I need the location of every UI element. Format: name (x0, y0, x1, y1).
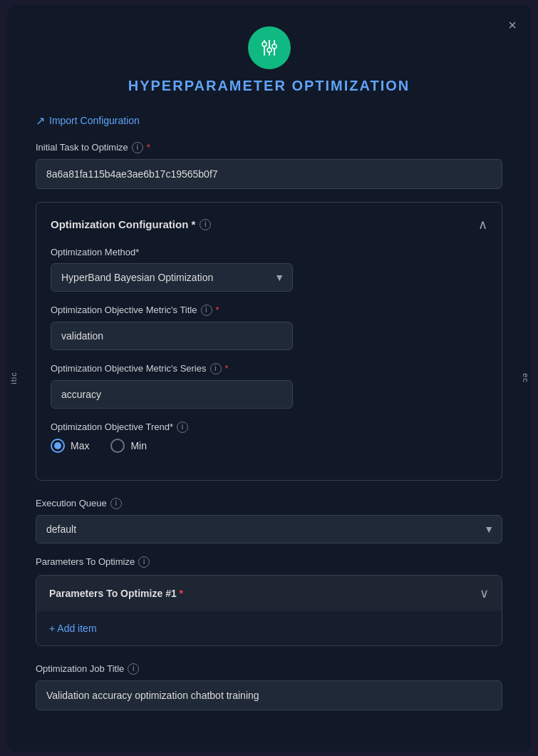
execution-queue-wrapper: default ▼ (36, 515, 502, 543)
initial-task-info-icon[interactable]: i (132, 142, 143, 153)
job-title-input[interactable] (36, 680, 502, 710)
config-header: Optimization Configuration * i ∧ (51, 217, 487, 233)
import-configuration-link[interactable]: ↗ Import Configuration (36, 114, 502, 128)
svg-point-5 (272, 44, 276, 48)
parameters-item-header[interactable]: Parameters To Optimize #1 * ∨ (36, 576, 502, 611)
execution-queue-select[interactable]: default (36, 515, 502, 543)
optimization-method-label: Optimization Method* (51, 247, 487, 257)
svg-point-4 (267, 48, 271, 52)
modal: itic ec × HYPERPARAMETER OPTIMIZATION ↗ … (7, 5, 531, 752)
add-item-row: + Add item (36, 611, 502, 645)
svg-point-3 (262, 42, 267, 46)
radio-label-min: Min (130, 440, 147, 451)
parameters-box: Parameters To Optimize #1 * ∨ + Add item (36, 575, 502, 646)
radio-circle-min (110, 439, 125, 453)
initial-task-input[interactable] (36, 159, 502, 189)
initial-task-field: Initial Task to Optimize i * (36, 142, 502, 189)
objective-title-info-icon[interactable]: i (201, 305, 212, 316)
objective-title-input[interactable] (51, 322, 293, 350)
job-title-info-icon[interactable]: i (128, 663, 139, 675)
objective-series-wrapper (51, 380, 293, 409)
optimization-config-collapse-button[interactable]: ∧ (478, 217, 487, 233)
optimization-method-select-wrapper: HyperBand Bayesian Optimization ▼ (51, 263, 293, 292)
radio-option-min[interactable]: Min (110, 439, 147, 453)
objective-title-label: Optimization Objective Metric's Title i … (51, 305, 487, 316)
add-item-button[interactable]: + Add item (49, 623, 97, 634)
optimization-config-info-icon[interactable]: i (200, 219, 211, 230)
radio-circle-max (51, 439, 65, 453)
parameters-label: Parameters To Optimize i (36, 556, 502, 568)
optimization-method-field: Optimization Method* HyperBand Bayesian … (51, 247, 487, 292)
import-icon: ↗ (36, 114, 45, 128)
execution-queue-field: Execution Queue i default ▼ (36, 498, 502, 543)
modal-header: HYPERPARAMETER OPTIMIZATION (36, 26, 502, 94)
objective-trend-info-icon[interactable]: i (177, 422, 188, 433)
objective-series-field: Optimization Objective Metric's Series i… (51, 363, 487, 409)
execution-queue-info-icon[interactable]: i (110, 498, 122, 509)
objective-series-info-icon[interactable]: i (210, 363, 222, 374)
header-icon (248, 26, 291, 69)
initial-task-label: Initial Task to Optimize i * (36, 142, 502, 153)
close-button[interactable]: × (508, 18, 517, 32)
parameters-info-icon[interactable]: i (138, 556, 150, 568)
objective-trend-radio-group: Max Min (51, 439, 487, 453)
optimization-config-box: Optimization Configuration * i ∧ Optimiz… (36, 202, 502, 481)
config-header-title: Optimization Configuration * i (51, 218, 211, 230)
objective-title-field: Optimization Objective Metric's Title i … (51, 305, 487, 350)
execution-queue-label: Execution Queue i (36, 498, 502, 509)
radio-label-max: Max (71, 440, 89, 451)
job-title-field: Optimization Job Title i (36, 663, 502, 710)
parameters-item-chevron-icon: ∨ (480, 586, 489, 601)
optimization-method-select[interactable]: HyperBand Bayesian Optimization (51, 263, 293, 292)
objective-series-input[interactable] (51, 380, 293, 409)
page-title: HYPERPARAMETER OPTIMIZATION (128, 78, 410, 94)
parameters-item-title: Parameters To Optimize #1 * (49, 588, 183, 599)
radio-option-max[interactable]: Max (51, 439, 89, 453)
objective-title-wrapper (51, 322, 293, 350)
job-title-label: Optimization Job Title i (36, 663, 502, 675)
objective-trend-field: Optimization Objective Trend* i Max Min (51, 422, 487, 453)
parameters-section: Parameters To Optimize i Parameters To O… (36, 556, 502, 646)
objective-series-label: Optimization Objective Metric's Series i… (51, 363, 487, 374)
objective-trend-label: Optimization Objective Trend* i (51, 422, 487, 433)
side-label-left: itic (9, 372, 18, 384)
side-label-right: ec (522, 373, 530, 383)
